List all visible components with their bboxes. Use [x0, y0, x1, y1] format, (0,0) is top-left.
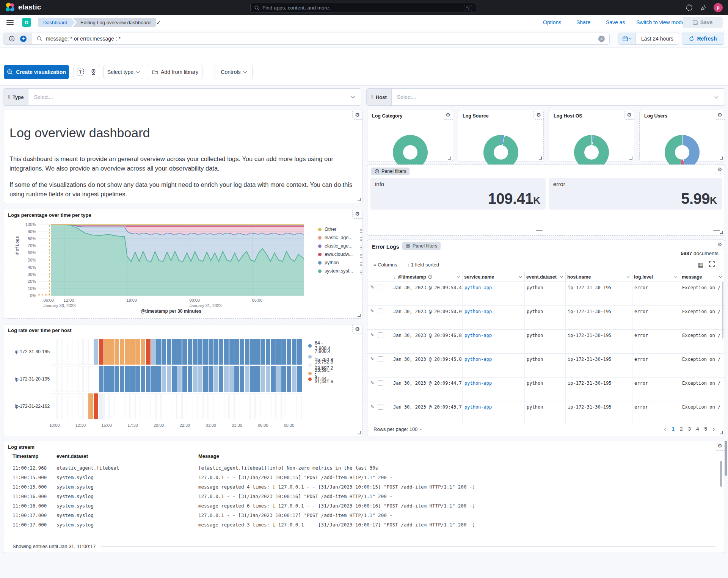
- expand-row-icon[interactable]: ✎: [370, 285, 374, 305]
- heatmap-cell[interactable]: [292, 339, 297, 365]
- panel-resize-handle[interactable]: [720, 431, 723, 434]
- heatmap-cell[interactable]: [193, 339, 197, 365]
- breadcrumb-dashboard[interactable]: Dashboard: [38, 18, 75, 27]
- page-scrollbar[interactable]: [725, 441, 727, 476]
- heatmap-cell[interactable]: [219, 339, 223, 365]
- heatmap-cell[interactable]: [88, 366, 93, 392]
- legend-actions-icon[interactable]: [360, 262, 361, 263]
- heatmap-cell[interactable]: [292, 393, 297, 419]
- add-filter-icon[interactable]: +: [20, 36, 27, 42]
- heatmap-cell[interactable]: [109, 339, 114, 365]
- page-4[interactable]: 4: [693, 426, 702, 432]
- heatmap-cell[interactable]: [94, 393, 98, 419]
- observability-data-link[interactable]: all your observability data: [147, 165, 218, 172]
- legend-actions-icon[interactable]: [360, 271, 361, 271]
- heatmap-cell[interactable]: [130, 366, 135, 392]
- clear-query-icon[interactable]: ✕: [598, 36, 605, 42]
- panel-filters-badge[interactable]: Panel filters: [402, 242, 441, 250]
- page-1[interactable]: 1: [669, 426, 677, 432]
- heatmap-cell[interactable]: [130, 339, 135, 365]
- heatmap-cell[interactable]: [219, 366, 223, 392]
- display-density-icon[interactable]: ▦: [698, 262, 703, 268]
- panel-resize-handle[interactable]: [358, 198, 361, 201]
- runtime-fields-link[interactable]: runtime fields: [26, 191, 63, 197]
- heatmap-cell[interactable]: [83, 339, 88, 365]
- panel-resize-handle[interactable]: [720, 157, 723, 160]
- heatmap-cell[interactable]: [281, 339, 286, 365]
- heatmap-cell[interactable]: [67, 339, 72, 365]
- options-link[interactable]: Options: [543, 19, 561, 25]
- column-header-@timestamp[interactable]: ↓ @timestamp: [392, 272, 462, 282]
- date-picker-button[interactable]: [618, 33, 636, 44]
- heatmap-cell[interactable]: [281, 393, 286, 419]
- heatmap-cell[interactable]: [188, 366, 192, 392]
- control-type[interactable]: ‖Type Select...: [3, 88, 361, 106]
- row-checkbox[interactable]: [378, 404, 383, 410]
- heatmap-cell[interactable]: [99, 339, 104, 365]
- heatmap-cell[interactable]: [125, 393, 130, 419]
- row-checkbox[interactable]: [378, 285, 383, 290]
- scrollbar[interactable]: [720, 461, 722, 487]
- heatmap-cell[interactable]: [167, 339, 171, 365]
- panel-settings-gear-icon[interactable]: ⚙: [443, 110, 453, 120]
- heatmap-cell[interactable]: [57, 366, 62, 392]
- legend-actions-icon[interactable]: [360, 229, 361, 230]
- legend-item[interactable]: python: [318, 260, 361, 265]
- log-stream-rows[interactable]: 11:00:11.936 aws.cloudwatch_logs Waiting…: [3, 461, 716, 536]
- heatmap-cell[interactable]: [94, 366, 98, 392]
- page-5[interactable]: 5: [701, 426, 710, 432]
- heatmap-cell[interactable]: [52, 339, 56, 365]
- next-page-icon[interactable]: ›: [710, 426, 718, 432]
- drag-handle-icon[interactable]: ‖: [371, 94, 373, 100]
- expand-row-icon[interactable]: ✎: [370, 309, 374, 329]
- heatmap-cell[interactable]: [63, 339, 67, 365]
- heatmap-cell[interactable]: [130, 393, 135, 419]
- heatmap-cell[interactable]: [135, 393, 140, 419]
- scrollbar[interactable]: [722, 282, 723, 338]
- table-row[interactable]: ✎ Jan 30, 2023 @ 20:09:50.093 python-app…: [367, 306, 725, 330]
- heatmap-cell[interactable]: [297, 339, 301, 365]
- map-marker-icon[interactable]: [87, 65, 100, 79]
- area-chart-plot[interactable]: [38, 224, 304, 296]
- heatmap-cell[interactable]: [250, 393, 255, 419]
- heatmap-cell[interactable]: [255, 366, 260, 392]
- heatmap-cell[interactable]: [276, 339, 281, 365]
- row-checkbox[interactable]: [378, 309, 383, 314]
- heatmap-cell[interactable]: [240, 366, 244, 392]
- heatmap-cell[interactable]: [287, 339, 291, 365]
- heatmap-cell[interactable]: [245, 393, 249, 419]
- panel-resize-handle[interactable]: [629, 157, 632, 160]
- heatmap-cell[interactable]: [234, 339, 239, 365]
- text-annotation-icon[interactable]: T: [74, 65, 87, 79]
- heatmap-cell[interactable]: [255, 393, 260, 419]
- heatmap-cell[interactable]: [151, 366, 155, 392]
- heatmap-cell[interactable]: [146, 339, 151, 365]
- global-search-input[interactable]: Find apps, content, and more. ^/: [250, 3, 476, 13]
- heatmap-cell[interactable]: [135, 339, 140, 365]
- heatmap-cell[interactable]: [73, 393, 77, 419]
- switch-view-mode-link[interactable]: Switch to view mode: [636, 19, 685, 25]
- table-row[interactable]: ✎ Jan 30, 2023 @ 20:09:45.821 python-app…: [367, 354, 725, 378]
- heatmap-cell[interactable]: [229, 366, 234, 392]
- panel-settings-gear-icon[interactable]: ⚙: [352, 209, 362, 219]
- heatmap-cell[interactable]: [88, 339, 93, 365]
- heatmap-cell[interactable]: [63, 393, 67, 419]
- heatmap-cell[interactable]: [287, 366, 291, 392]
- user-avatar[interactable]: p: [714, 3, 723, 12]
- heatmap-cell[interactable]: [266, 393, 270, 419]
- heatmap-cell[interactable]: [193, 366, 197, 392]
- panel-settings-gear-icon[interactable]: ⚙: [624, 110, 634, 120]
- heatmap-cell[interactable]: [73, 366, 77, 392]
- query-text[interactable]: message: * or error.message : *: [46, 36, 609, 42]
- cell-service-name[interactable]: python-app: [462, 378, 524, 401]
- drag-handle-icon[interactable]: ‖: [8, 94, 10, 100]
- cell-service-name[interactable]: python-app: [462, 306, 524, 329]
- heatmap-cell[interactable]: [203, 393, 208, 419]
- add-from-library-button[interactable]: Add from library: [148, 65, 202, 79]
- heatmap-cell[interactable]: [115, 366, 119, 392]
- control-type-label[interactable]: ‖Type: [3, 89, 28, 105]
- filter-icon[interactable]: [9, 36, 15, 42]
- panel-resize-handle[interactable]: [358, 431, 361, 434]
- heatmap-cell[interactable]: [52, 393, 56, 419]
- heatmap-cell[interactable]: [188, 339, 192, 365]
